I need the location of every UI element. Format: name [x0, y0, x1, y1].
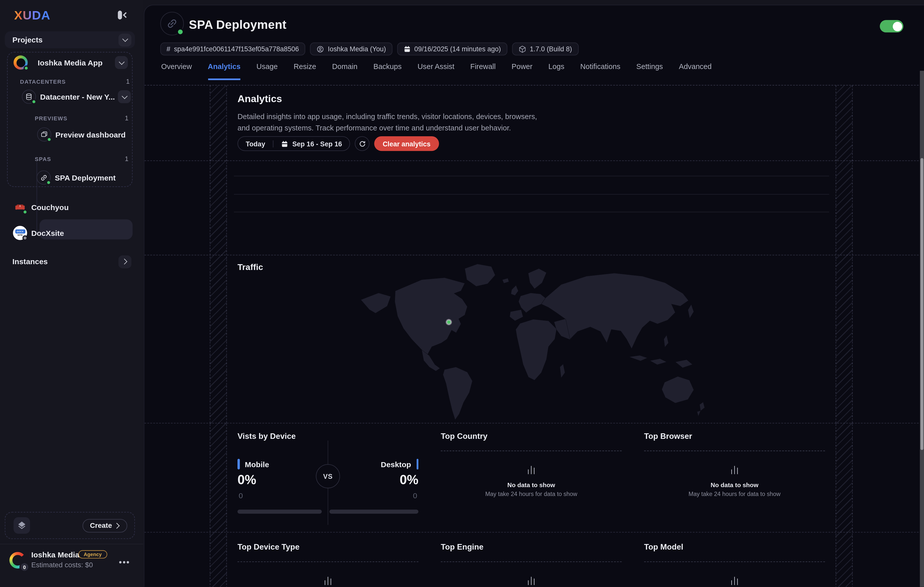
app-logo: XUDA [14, 8, 51, 23]
version-badge[interactable]: 1.7.0 (Build 8) [512, 43, 578, 55]
projects-label: Projects [12, 35, 119, 44]
project-name: Couchyou [31, 202, 69, 211]
map-scandinavia [528, 268, 546, 289]
spas-section-label: SPAS 1 [35, 155, 129, 162]
analytics-content: Analytics Detailed insights into app usa… [144, 85, 924, 587]
refresh-button[interactable] [355, 136, 370, 151]
tab-analytics[interactable]: Analytics [208, 63, 241, 80]
sidebar-item-couchyou[interactable]: Couchyou [13, 200, 69, 214]
map-central-america [421, 350, 439, 371]
date-range-control: Today Sep 16 - Sep 16 [238, 136, 350, 151]
link-icon [36, 170, 51, 185]
tab-backups[interactable]: Backups [373, 63, 402, 80]
card-title: Top Model [644, 542, 825, 551]
traffic-marker [446, 319, 452, 325]
tab-usage[interactable]: Usage [256, 63, 277, 80]
empty-state: No data to show May take 24 hours for da… [441, 451, 622, 497]
map-philippines [663, 335, 668, 347]
app-name: Ioshka Media App [38, 58, 115, 67]
sidebar-item-instances[interactable]: Instances [5, 253, 135, 270]
owner-badge[interactable]: Ioshka Media (You) [310, 43, 393, 55]
updated-badge[interactable]: 09/16/2025 (14 minutes ago) [397, 43, 507, 55]
map-new-zealand [697, 402, 704, 416]
tab-notifications[interactable]: Notifications [580, 63, 620, 80]
sidebar-item-preview-dashboard[interactable]: Preview dashboard [37, 127, 125, 142]
tab-domain[interactable]: Domain [332, 63, 357, 80]
projects-chevron-button[interactable] [119, 33, 131, 46]
description-line-2: and operating systems. Track performance… [238, 122, 537, 133]
top-country-card: Top Country No data to show May take 24 … [441, 423, 622, 497]
no-data-subtext: May take 24 hours for data to show [688, 491, 780, 497]
sidebar-item-datacenter[interactable]: Datacenter - New Y... [22, 90, 131, 104]
clear-analytics-button[interactable]: Clear analytics [375, 136, 439, 151]
datacenter-chevron-button[interactable] [118, 90, 131, 103]
sidebar-item-docxsite[interactable]: DOCX SITE DocXsite [13, 226, 64, 240]
tab-logs[interactable]: Logs [548, 63, 564, 80]
bar-chart-icon [528, 577, 535, 585]
mobile-count: 0 [239, 491, 243, 500]
account-name: Ioshka Media [31, 551, 79, 559]
instances-chevron-button[interactable] [119, 255, 131, 268]
top-browser-card: Top Browser No data to show May take 24 … [644, 423, 825, 497]
database-icon [22, 90, 36, 104]
status-dot-green [177, 28, 184, 35]
card-title: Top Country [441, 432, 622, 441]
tab-firewall[interactable]: Firewall [470, 63, 496, 80]
analytics-controls: Today Sep 16 - Sep 16 Clear analytics [238, 136, 439, 151]
tab-overview[interactable]: Overview [161, 63, 192, 80]
tab-resize[interactable]: Resize [294, 63, 316, 80]
id-badge[interactable]: # spa4e991fce0061147f153ef05a778a8506 [160, 43, 305, 55]
tab-settings[interactable]: Settings [636, 63, 663, 80]
mobile-percent: 0% [238, 473, 256, 488]
couch-icon [13, 200, 27, 214]
preset-today-button[interactable]: Today [238, 140, 273, 147]
status-dot-green [46, 180, 51, 185]
map-iberia [510, 310, 523, 321]
projects-header[interactable]: Projects [5, 31, 135, 48]
docx-sub-text: SITE [17, 233, 23, 236]
chevron-down-icon [122, 36, 128, 42]
app-avatar-icon [14, 55, 28, 69]
preview-name: Preview dashboard [55, 130, 125, 139]
mobile-label: Mobile [238, 459, 269, 470]
top-model-card: Top Model No data to show May take 24 ho… [644, 532, 825, 587]
map-japan [688, 304, 693, 318]
scrollbar-thumb[interactable] [920, 158, 924, 450]
docxsite-icon: DOCX SITE [13, 226, 27, 240]
owner-name: Ioshka Media (You) [328, 46, 386, 53]
avatar-count-badge: 0 [20, 562, 30, 572]
tab-power[interactable]: Power [512, 63, 533, 80]
account-menu-icon[interactable]: ••• [119, 557, 130, 567]
app-chevron-button[interactable] [115, 56, 128, 69]
toggle-knob [893, 21, 902, 31]
create-card: Create [5, 512, 135, 539]
status-dot-gray [23, 235, 28, 241]
date-range-button[interactable]: Sep 16 - Sep 16 [273, 140, 350, 147]
tab-advanced[interactable]: Advanced [679, 63, 711, 80]
description-line-1: Detailed insights into app usage, includ… [238, 111, 537, 122]
calendar-icon [404, 46, 411, 53]
sidebar: XUDA Projects Ioshka Media App DATACENTE… [0, 0, 143, 587]
create-button[interactable]: Create [82, 519, 127, 532]
map-alaska [360, 293, 390, 313]
updated-text: 09/16/2025 (14 minutes ago) [414, 46, 501, 53]
card-title: Vists by Device [238, 432, 418, 441]
project-name: DocXsite [31, 228, 64, 237]
map-indonesia-1 [629, 356, 647, 361]
sidebar-collapse-icon[interactable] [118, 11, 128, 20]
power-toggle[interactable] [880, 20, 903, 32]
map-iceland [502, 278, 508, 283]
card-title: Top Browser [644, 432, 825, 441]
map-south-america [443, 367, 472, 420]
windows-icon [37, 127, 51, 142]
scrollbar-track[interactable] [919, 71, 924, 587]
bar-chart-icon [528, 466, 535, 474]
deployment-id: spa4e991fce0061147f153ef05a778a8506 [174, 46, 299, 53]
layers-icon [14, 517, 30, 534]
map-north-america [394, 278, 467, 357]
main-panel: SPA Deployment # spa4e991fce0061147f153e… [144, 5, 924, 587]
mobile-progress-bar [238, 510, 322, 514]
tab-user-assist[interactable]: User Assist [417, 63, 454, 80]
no-data-subtext: May take 24 hours for data to show [485, 491, 577, 497]
sidebar-item-app[interactable]: Ioshka Media App [14, 55, 128, 69]
